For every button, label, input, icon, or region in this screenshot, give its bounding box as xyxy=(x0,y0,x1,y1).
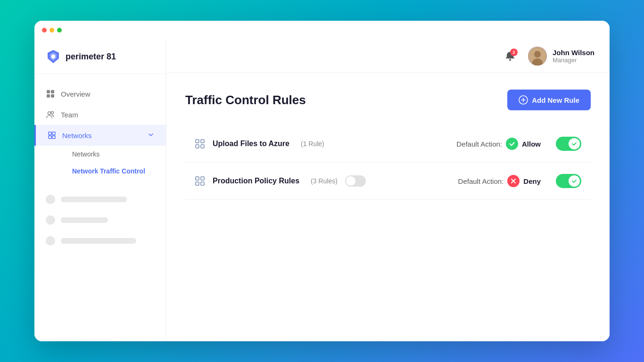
svg-rect-12 xyxy=(52,136,55,139)
chevron-down-icon xyxy=(147,131,155,140)
default-action-label-1: Default Action: xyxy=(456,140,502,148)
svg-rect-23 xyxy=(201,177,204,180)
title-bar xyxy=(34,21,610,40)
notification-badge: 2 xyxy=(510,49,518,56)
plus-circle-icon xyxy=(519,95,528,105)
x-icon xyxy=(510,178,517,184)
rule-count-1: (1 Rule) xyxy=(301,140,324,148)
main-layout: perimeter 81 Overview xyxy=(34,40,610,341)
logo-icon xyxy=(46,49,61,64)
sidebar: perimeter 81 Overview xyxy=(34,40,166,341)
toggle-switch-2[interactable] xyxy=(556,174,581,188)
skeleton-items xyxy=(34,189,166,251)
sidebar-item-team[interactable]: Team xyxy=(34,104,166,125)
header: 2 John Wilson Manager xyxy=(166,40,610,73)
nav-items: Overview Team xyxy=(34,74,166,189)
sidebar-item-networks-label: Networks xyxy=(62,132,92,140)
skeleton-row-3 xyxy=(46,230,155,251)
skeleton-row-1 xyxy=(46,189,155,210)
skeleton-line-2 xyxy=(61,217,108,223)
svg-rect-10 xyxy=(52,132,55,135)
toggle-switch-1[interactable] xyxy=(556,137,581,151)
loading-toggle-2 xyxy=(345,175,366,187)
rules-table: Upload Files to Azure (1 Rule) Default A… xyxy=(185,125,591,200)
svg-rect-21 xyxy=(201,145,204,148)
rule-count-2: (3 Rules) xyxy=(311,177,338,185)
user-info[interactable]: John Wilson Manager xyxy=(528,47,594,66)
svg-rect-4 xyxy=(51,90,54,93)
svg-rect-19 xyxy=(201,140,204,143)
minimize-dot xyxy=(50,28,54,33)
team-icon xyxy=(46,110,55,119)
svg-rect-11 xyxy=(49,136,51,139)
svg-rect-6 xyxy=(51,94,54,98)
svg-rect-22 xyxy=(196,177,199,180)
avatar xyxy=(528,47,547,66)
content-area: 2 John Wilson Manager xyxy=(166,40,610,341)
svg-point-13 xyxy=(509,59,511,61)
logo-text: perimeter 81 xyxy=(66,52,116,62)
rule-name-1: Upload Files to Azure xyxy=(213,140,289,148)
action-text-2: Deny xyxy=(523,177,541,185)
rule-name-2: Production Policy Rules xyxy=(213,177,299,185)
svg-point-8 xyxy=(51,112,54,114)
notification-bell[interactable]: 2 xyxy=(502,48,519,65)
deny-icon-2 xyxy=(507,175,520,187)
grid-icon xyxy=(46,89,55,99)
user-name: John Wilson xyxy=(553,49,594,57)
sidebar-item-network-traffic-control[interactable]: Network Traffic Control xyxy=(61,163,166,180)
network-icon xyxy=(47,131,57,140)
page-title: Traffic Control Rules xyxy=(185,93,306,107)
add-button-label: Add New Rule xyxy=(532,96,579,104)
avatar-image xyxy=(528,47,547,66)
svg-point-7 xyxy=(48,112,51,115)
toggle-thumb-2 xyxy=(569,175,580,187)
page-content: Traffic Control Rules Add New Rule xyxy=(166,73,610,341)
add-new-rule-button[interactable]: Add New Rule xyxy=(507,90,591,110)
default-action-1: Default Action: Allow xyxy=(456,138,541,150)
network-rule-icon-2 xyxy=(195,176,205,186)
svg-rect-25 xyxy=(201,182,204,185)
table-row: Upload Files to Azure (1 Rule) Default A… xyxy=(185,125,591,163)
skeleton-circle-3 xyxy=(46,236,55,246)
rule-icon-1 xyxy=(195,139,205,149)
svg-rect-5 xyxy=(47,94,50,98)
skeleton-line-3 xyxy=(61,238,136,244)
check-icon xyxy=(509,140,515,147)
app-window: perimeter 81 Overview xyxy=(34,21,610,341)
skeleton-circle-1 xyxy=(46,195,55,204)
svg-rect-20 xyxy=(196,145,199,148)
maximize-dot xyxy=(57,28,62,33)
svg-rect-18 xyxy=(196,140,199,143)
rule-icon-2 xyxy=(195,176,205,186)
svg-rect-24 xyxy=(196,182,199,185)
sidebar-item-networks[interactable]: Networks xyxy=(34,125,166,146)
user-role: Manager xyxy=(553,57,594,64)
allow-icon-1 xyxy=(506,138,518,150)
svg-point-15 xyxy=(534,51,541,58)
network-rule-icon xyxy=(195,139,205,149)
svg-rect-9 xyxy=(49,132,51,135)
logo-area: perimeter 81 xyxy=(34,40,166,74)
loading-toggle-dot xyxy=(346,176,355,186)
sidebar-item-overview-label: Overview xyxy=(61,90,91,98)
sidebar-item-overview[interactable]: Overview xyxy=(34,83,166,104)
svg-rect-3 xyxy=(47,90,50,93)
default-action-label-2: Default Action: xyxy=(458,177,504,185)
close-dot xyxy=(42,28,47,33)
user-details: John Wilson Manager xyxy=(553,49,594,64)
skeleton-circle-2 xyxy=(46,215,55,225)
sidebar-item-networks-sub[interactable]: Networks xyxy=(61,146,166,163)
action-text-1: Allow xyxy=(522,140,541,148)
page-header: Traffic Control Rules Add New Rule xyxy=(185,90,591,110)
default-action-2: Default Action: Deny xyxy=(458,175,541,187)
table-row: Production Policy Rules (3 Rules) Defaul… xyxy=(185,163,591,200)
skeleton-line-1 xyxy=(61,197,127,202)
toggle-check-icon xyxy=(571,141,577,147)
toggle-check-icon-2 xyxy=(571,178,577,184)
skeleton-row-2 xyxy=(46,210,155,230)
sub-nav: Networks Network Traffic Control xyxy=(34,146,166,180)
toggle-thumb-1 xyxy=(569,138,580,149)
sidebar-item-team-label: Team xyxy=(61,111,78,119)
